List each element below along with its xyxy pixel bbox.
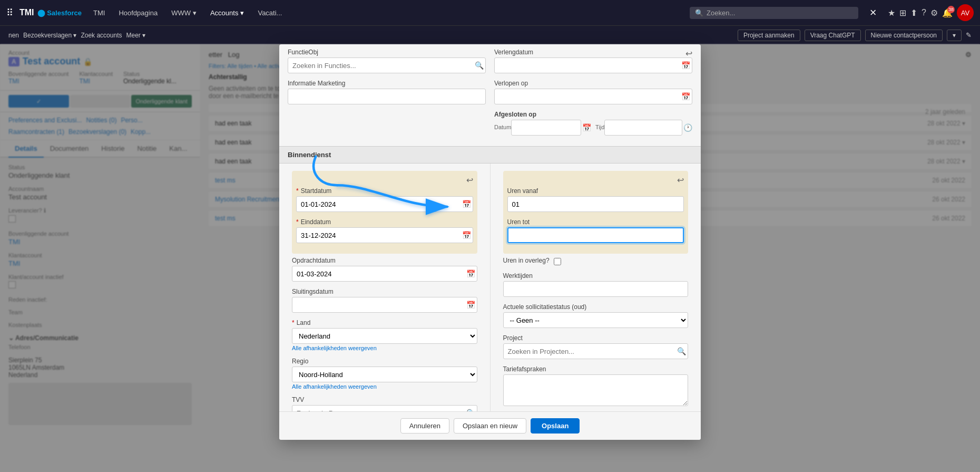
- label-opdrachtdatum: Opdrachtdatum: [292, 257, 477, 264]
- einddatum-field: 📅: [296, 227, 473, 243]
- datum-input[interactable]: [511, 120, 581, 136]
- opdrachtdatum-input[interactable]: [292, 266, 477, 282]
- top-navigation: ⠿ TMI ⬤ Salesforce TMI Hoofdpagina WWW ▾…: [0, 0, 980, 25]
- action-bar-bezoek[interactable]: Bezoekverslagen ▾: [23, 32, 76, 39]
- chevron-down-icon: ▾: [240, 9, 244, 17]
- avatar[interactable]: AV: [957, 4, 974, 21]
- label-afgesloten: Afgesloten op: [494, 111, 692, 118]
- einddatum-calendar-icon[interactable]: 📅: [462, 231, 471, 239]
- nieuwe-contactpersoon-button[interactable]: Nieuwe contactpersoon: [865, 30, 943, 41]
- uren-vanaf-input[interactable]: [507, 196, 684, 212]
- form-field-verlopen: Verlopen op 📅: [494, 80, 692, 104]
- calendar-icon[interactable]: 📅: [681, 61, 690, 70]
- regio-select[interactable]: Noord-Holland: [292, 367, 477, 382]
- help-icon[interactable]: ?: [922, 8, 926, 17]
- alle-afhankelijkheden-regio[interactable]: Alle afhankelijkheden weergeven: [292, 383, 477, 390]
- save-button[interactable]: Opslaan: [531, 418, 580, 434]
- vraag-chatgpt-button[interactable]: Vraag ChatGPT: [805, 30, 861, 41]
- action-bar-zoek[interactable]: Zoek accounts: [81, 32, 122, 39]
- label-einddatum: Einddatum: [296, 218, 473, 226]
- informatie-input[interactable]: [288, 89, 486, 104]
- nav-hoofdpagina[interactable]: Hoofdpagina: [112, 6, 164, 20]
- tariefafspraken-textarea[interactable]: [503, 374, 689, 406]
- startdatum-input[interactable]: [296, 196, 473, 212]
- notifications[interactable]: 🔔 38: [942, 8, 953, 18]
- project-field: 🔍: [503, 343, 689, 359]
- sluitingsdatum-calendar-icon[interactable]: 📅: [466, 301, 475, 309]
- form-field-uren-vanaf: Uren vanaf: [507, 187, 684, 212]
- uren-overleg-checkbox[interactable]: [554, 258, 561, 265]
- nav-www[interactable]: WWW ▾: [165, 6, 203, 20]
- land-select[interactable]: Nederland: [292, 328, 477, 344]
- tijd-input[interactable]: [604, 120, 682, 136]
- label-verlopen: Verlopen op: [494, 80, 692, 87]
- datum-calendar-icon[interactable]: 📅: [582, 123, 591, 132]
- nav-vacaties[interactable]: Vacati...: [251, 6, 288, 20]
- notification-badge: 38: [947, 6, 955, 13]
- main-area: Account A Test account 🔒 Bovenliggende a…: [0, 44, 980, 472]
- left-section-bg: ↩ Startdatum 📅 Einddatum: [292, 171, 477, 254]
- project-input[interactable]: [503, 343, 689, 359]
- sollicitatiestatus-select[interactable]: -- Geen --: [503, 312, 689, 328]
- functieobj-input[interactable]: [288, 57, 486, 73]
- close-icon[interactable]: ×: [866, 6, 881, 19]
- nav-links: TMI Hoofdpagina WWW ▾ Accounts ▾ Vacati.…: [87, 6, 685, 20]
- search-icon: 🔍: [695, 9, 703, 17]
- dropdown-arrow-button[interactable]: ▾: [947, 30, 962, 41]
- save-new-button[interactable]: Opslaan en nieuw: [454, 418, 526, 434]
- form-field-afgesloten: Afgesloten op Datum 📅: [494, 111, 692, 136]
- action-bar-meer[interactable]: Meer ▾: [126, 32, 145, 39]
- nav-accounts[interactable]: Accounts ▾: [204, 6, 250, 20]
- startdatum-calendar-icon[interactable]: 📅: [462, 200, 471, 208]
- grid-square-icon[interactable]: ⊞: [899, 8, 906, 18]
- verlopen-field: 📅: [494, 89, 692, 104]
- label-land: Land: [292, 319, 477, 326]
- label-verlengdatum: Verlengdatum: [494, 49, 692, 56]
- label-werktijden: Werktijden: [503, 272, 689, 280]
- functieobj-search-icon[interactable]: 🔍: [475, 61, 484, 70]
- edit-icon[interactable]: ✎: [966, 31, 972, 39]
- label-project: Project: [503, 334, 689, 342]
- brand: TMI ⬤ Salesforce: [19, 8, 83, 17]
- modal-overlay: FunctieObj 🔍 Informatie Marketing: [0, 44, 980, 472]
- verlengdatum-input[interactable]: [494, 57, 692, 73]
- action-bar-right: Project aanmaken Vraag ChatGPT Nieuwe co…: [738, 30, 972, 41]
- undo-left-button[interactable]: ↩: [466, 175, 473, 185]
- grid-icon[interactable]: ⠿: [6, 7, 13, 18]
- alle-afhankelijkheden-land[interactable]: Alle afhankelijkheden weergeven: [292, 345, 477, 351]
- action-bar: nen Bezoekverslagen ▾ Zoek accounts Meer…: [0, 25, 980, 44]
- binnendienst-header: Binnendienst: [279, 147, 701, 163]
- form-field-verlengdatum: Verlengdatum 📅: [494, 49, 692, 73]
- opdrachtdatum-field: 📅: [292, 266, 477, 282]
- label-regio: Regio: [292, 358, 477, 365]
- einddatum-input[interactable]: [296, 227, 473, 243]
- verlopen-input[interactable]: [494, 89, 692, 104]
- form-field-project: Project 🔍: [499, 334, 693, 359]
- cancel-button[interactable]: Annuleren: [400, 418, 449, 434]
- opdrachtdatum-calendar-icon[interactable]: 📅: [466, 269, 475, 278]
- calendar2-icon[interactable]: 📅: [681, 92, 690, 101]
- project-aanmaken-button[interactable]: Project aanmaken: [738, 30, 800, 41]
- project-search-icon[interactable]: 🔍: [677, 347, 686, 355]
- datum-field: Datum 📅: [494, 120, 591, 136]
- label-sollicitatiestatus: Actuele sollicitatiestatus (oud): [503, 303, 689, 311]
- label-uren-overleg: Uren in overleg?: [503, 257, 550, 264]
- form-field-uren-tot: Uren tot: [507, 218, 684, 243]
- settings-icon[interactable]: ⚙: [930, 8, 938, 18]
- upload-icon[interactable]: ⬆: [910, 8, 917, 18]
- clock-icon[interactable]: 🕐: [683, 123, 692, 132]
- form-field-uren-overleg: Uren in overleg?: [499, 257, 693, 266]
- star-icon[interactable]: ★: [888, 8, 895, 18]
- nav-tmi[interactable]: TMI: [87, 6, 111, 20]
- form-field-opdrachtdatum: Opdrachtdatum 📅: [288, 257, 482, 282]
- werktijden-input[interactable]: [503, 281, 689, 297]
- functieobj-search: 🔍: [288, 57, 486, 73]
- uren-tot-input[interactable]: [507, 227, 684, 243]
- form-field-informatie: Informatie Marketing: [288, 80, 486, 104]
- sluitingsdatum-input[interactable]: [292, 297, 477, 313]
- action-bar-nen: nen: [8, 32, 19, 39]
- startdatum-field: 📅: [296, 196, 473, 212]
- undo-right-button[interactable]: ↩: [677, 175, 684, 185]
- form-field-startdatum: Startdatum 📅: [296, 187, 473, 212]
- search-input[interactable]: [707, 9, 853, 17]
